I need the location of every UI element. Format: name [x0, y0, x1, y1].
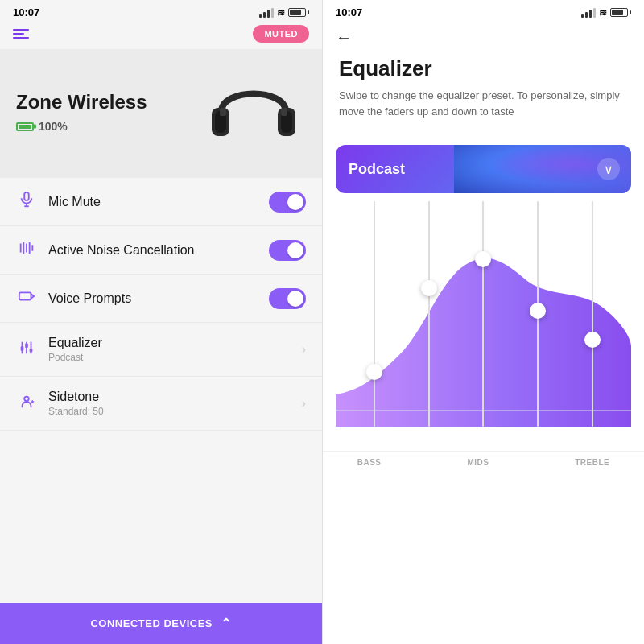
svg-rect-6: [24, 192, 29, 200]
anc-toggle[interactable]: [269, 240, 306, 261]
anc-icon: [16, 239, 37, 261]
settings-list: Mic Mute Active Noise Cancellation: [0, 178, 322, 603]
status-bar-right: 10:07 ≋: [323, 0, 644, 22]
slider-track-5: [592, 201, 593, 427]
slider-dot-3[interactable]: [475, 251, 491, 267]
slider-dot-1[interactable]: [366, 364, 382, 380]
battery-right: [610, 8, 631, 17]
setting-equalizer[interactable]: Equalizer Podcast ›: [0, 323, 322, 377]
bat-fill-right: [612, 10, 623, 15]
battery-icon-status: [288, 8, 309, 17]
battery-row: 100%: [16, 120, 201, 133]
equalizer-label-group: Equalizer Podcast: [48, 336, 291, 363]
back-button[interactable]: ←: [323, 22, 644, 53]
slider-mids[interactable]: [456, 201, 511, 427]
slider-track-1: [374, 201, 375, 427]
eq-label-treble: TREBLE: [575, 458, 609, 467]
bat-fill: [290, 10, 301, 15]
status-icons-right: ≋: [581, 7, 631, 19]
header-bar: MUTED: [0, 22, 322, 49]
slider-dot-5[interactable]: [584, 332, 601, 348]
signal-icon-right: [581, 8, 596, 18]
device-name: Zone Wireless: [16, 91, 201, 114]
slider-track-4: [537, 201, 539, 427]
wifi-icon: ≋: [277, 7, 285, 19]
sidetone-chevron: ›: [302, 396, 306, 411]
svg-point-21: [24, 396, 29, 401]
anc-label: Active Noise Cancellation: [48, 243, 258, 258]
sidetone-icon: [16, 393, 37, 415]
wifi-icon-right: ≋: [599, 7, 607, 19]
svg-rect-4: [220, 108, 226, 116]
chevron-up-icon: ⌃: [221, 616, 232, 631]
voice-prompts-toggle[interactable]: [269, 288, 306, 309]
slider-4[interactable]: [510, 201, 565, 427]
anc-label-group: Active Noise Cancellation: [48, 243, 258, 258]
bat-body: [288, 8, 306, 17]
eq-label-bass: BASS: [357, 458, 382, 467]
svg-rect-5: [281, 108, 287, 116]
slider-bass[interactable]: [347, 201, 402, 427]
svg-rect-16: [21, 346, 24, 351]
voice-prompts-label-group: Voice Prompts: [48, 291, 258, 306]
status-bar-left: 10:07 ≋: [0, 0, 322, 22]
time-left: 10:07: [13, 6, 39, 19]
muted-badge: MUTED: [253, 25, 309, 43]
eq-chart-area: [336, 193, 631, 451]
equalizer-sublabel: Podcast: [48, 352, 291, 363]
preset-chevron-icon[interactable]: ∨: [597, 158, 620, 180]
sidetone-label-group: Sidetone Standard: 50: [48, 390, 291, 417]
svg-rect-14: [19, 292, 31, 299]
connected-devices-label: CONNECTED DEVICES: [90, 617, 213, 630]
mic-mute-toggle[interactable]: [269, 192, 306, 213]
equalizer-visualizer: BASS MIDS TREBLE: [323, 193, 644, 644]
hamburger-line-3: [13, 37, 29, 39]
preset-banner[interactable]: Podcast ∨: [336, 145, 631, 193]
device-card: Zone Wireless 100%: [0, 49, 322, 178]
eq-labels: BASS MIDS TREBLE: [323, 451, 644, 473]
svg-rect-20: [30, 348, 33, 352]
slider-dot-2[interactable]: [421, 280, 437, 296]
left-panel: 10:07 ≋ MUTED Zone Wireless: [0, 0, 322, 644]
slider-2[interactable]: [402, 201, 456, 427]
mic-icon: [16, 191, 37, 213]
svg-rect-18: [25, 343, 28, 348]
equalizer-content: Equalizer Swipe to change the equalizer …: [323, 53, 644, 132]
slider-treble[interactable]: [565, 201, 620, 427]
slider-track-2: [428, 201, 430, 427]
mic-mute-label-group: Mic Mute: [48, 195, 258, 209]
battery-percent: 100%: [39, 120, 68, 133]
menu-button[interactable]: [13, 29, 29, 39]
sidetone-sublabel: Standard: 50: [48, 406, 291, 417]
setting-mic-mute[interactable]: Mic Mute: [0, 178, 322, 226]
equalizer-chevron: ›: [302, 342, 306, 357]
equalizer-description: Swipe to change the equalizer preset. To…: [339, 88, 628, 119]
setting-sidetone[interactable]: Sidetone Standard: 50 ›: [0, 377, 322, 431]
preset-name: Podcast: [349, 161, 405, 178]
setting-voice-prompts[interactable]: Voice Prompts: [0, 275, 322, 323]
voice-icon: [16, 287, 37, 309]
battery-device-icon: [16, 122, 34, 131]
bat-tip: [308, 10, 309, 14]
status-icons-left: ≋: [259, 7, 309, 19]
hamburger-line-2: [13, 33, 24, 35]
connected-devices-bar[interactable]: CONNECTED DEVICES ⌃: [0, 603, 322, 644]
time-right: 10:07: [336, 6, 362, 19]
device-info: Zone Wireless 100%: [16, 91, 201, 133]
mic-mute-label: Mic Mute: [48, 195, 258, 209]
equalizer-label: Equalizer: [48, 336, 291, 350]
signal-icon: [259, 8, 274, 18]
sidetone-label: Sidetone: [48, 390, 291, 404]
battery-device-fill: [19, 125, 31, 129]
setting-anc[interactable]: Active Noise Cancellation: [0, 226, 322, 275]
bat-tip-right: [630, 10, 631, 14]
equalizer-icon: [16, 339, 37, 361]
slider-dot-4[interactable]: [530, 303, 546, 319]
headphone-image: [201, 64, 306, 160]
eq-label-mids: MIDS: [467, 458, 489, 467]
bat-body-right: [610, 8, 628, 17]
slider-track-3: [482, 201, 484, 427]
sliders-wrapper: [336, 193, 631, 427]
voice-prompts-label: Voice Prompts: [48, 291, 258, 306]
equalizer-title: Equalizer: [339, 56, 628, 81]
